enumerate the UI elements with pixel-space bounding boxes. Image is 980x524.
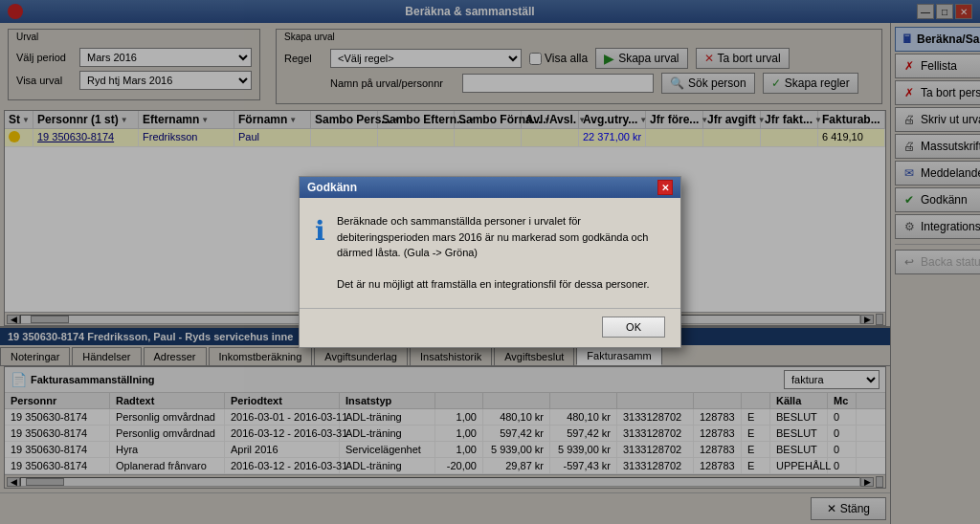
modal-title-bar: Godkänn ✕ (300, 177, 680, 198)
modal-dialog: Godkänn ✕ ℹ Beräknade och sammanställda … (299, 176, 681, 348)
modal-close-button[interactable]: ✕ (657, 180, 673, 195)
modal-ok-button[interactable]: OK (602, 317, 665, 338)
modal-overlay: Godkänn ✕ ℹ Beräknade och sammanställda … (0, 0, 980, 524)
modal-text: Beräknade och sammanställda personer i u… (337, 213, 665, 293)
info-icon: ℹ (315, 215, 325, 247)
modal-footer: OK (300, 308, 680, 345)
modal-title: Godkänn (307, 181, 357, 194)
modal-body: ℹ Beräknade och sammanställda personer i… (300, 198, 680, 308)
